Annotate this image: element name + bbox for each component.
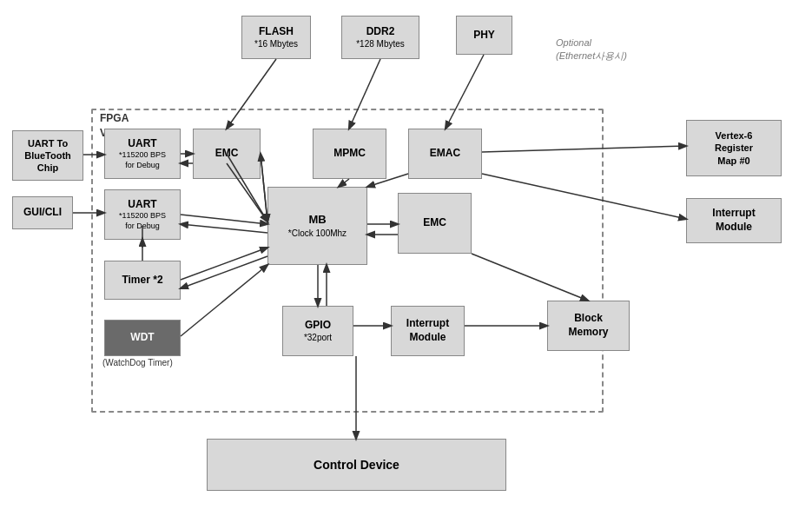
uart1-label: UART: [128, 137, 156, 151]
mpmc-label: MPMC: [333, 147, 366, 161]
interrupt1-block: InterruptModule: [391, 306, 465, 356]
mpmc-block: MPMC: [313, 129, 386, 179]
emc2-label: EMC: [423, 216, 446, 230]
control-device-block: Control Device: [207, 439, 506, 491]
wdt-block: WDT: [104, 320, 181, 356]
mb-sub: *Clock 100Mhz: [288, 228, 347, 239]
interrupt2-label: InterruptModule: [712, 207, 755, 234]
interrupt2-block: InterruptModule: [686, 198, 782, 243]
vertex-reg-label: Vertex-6RegisterMap #0: [715, 129, 753, 167]
optional-label: Optional(Ethernet사용시): [556, 36, 627, 63]
emc1-label: EMC: [215, 147, 239, 161]
wdt-label: WDT: [130, 331, 154, 345]
flash-label: FLASH: [259, 25, 294, 39]
uart2-block: UART *115200 BPSfor Debug: [104, 189, 181, 240]
emac-block: EMAC: [408, 129, 482, 179]
mb-block: MB *Clock 100Mhz: [267, 187, 367, 265]
block-memory-block: BlockMemory: [547, 301, 630, 351]
flash-block: FLASH *16 Mbytes: [241, 16, 311, 59]
emac-label: EMAC: [430, 147, 460, 161]
control-device-label: Control Device: [314, 457, 399, 473]
diagram-container: FPGAVertex-6 Optional(Ethernet사용시) FLASH…: [0, 0, 812, 516]
gpio-block: GPIO *32port: [282, 306, 353, 356]
gui-cli-block: GUI/CLI: [12, 196, 73, 229]
gui-cli-label: GUI/CLI: [23, 206, 62, 220]
uart1-sub: *115200 BPSfor Debug: [119, 150, 166, 170]
uart-bluetooth-block: UART ToBlueToothChip: [12, 130, 83, 181]
phy-label: PHY: [473, 29, 495, 43]
uart-bluetooth-label: UART ToBlueToothChip: [24, 137, 71, 175]
wdt-sub-label: (WatchDog Timer): [102, 358, 173, 367]
emc1-block: EMC: [193, 129, 261, 179]
phy-block: PHY: [456, 16, 512, 55]
gpio-sub: *32port: [304, 332, 332, 343]
ddr2-sub: *128 Mbytes: [356, 38, 405, 50]
uart2-label: UART: [128, 198, 156, 212]
vertex-reg-block: Vertex-6RegisterMap #0: [686, 120, 782, 176]
timer-label: Timer *2: [122, 274, 162, 288]
ddr2-label: DDR2: [366, 25, 395, 39]
uart1-block: UART *115200 BPSfor Debug: [104, 129, 181, 179]
block-memory-label: BlockMemory: [568, 312, 608, 339]
mb-label: MB: [308, 213, 326, 228]
emc2-block: EMC: [398, 193, 472, 254]
ddr2-block: DDR2 *128 Mbytes: [341, 16, 419, 59]
uart2-sub: *115200 BPSfor Debug: [119, 211, 166, 231]
timer-block: Timer *2: [104, 261, 181, 300]
gpio-label: GPIO: [305, 319, 331, 333]
interrupt1-label: InterruptModule: [406, 317, 449, 344]
flash-sub: *16 Mbytes: [254, 38, 298, 50]
